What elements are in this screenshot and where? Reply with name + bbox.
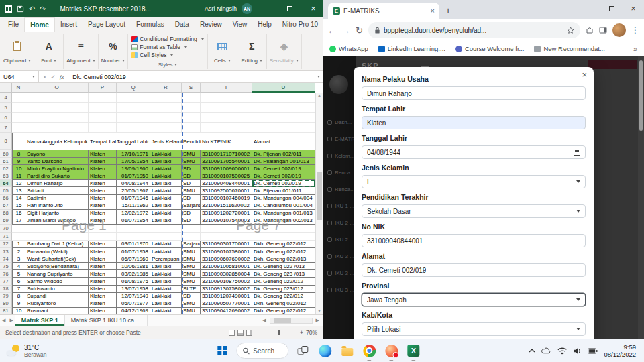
cell[interactable] [89, 233, 117, 241]
cell[interactable] [150, 113, 182, 123]
cell[interactable] [252, 225, 315, 233]
cell[interactable]: Klaten [89, 270, 117, 278]
hscroll-track[interactable] [270, 318, 313, 324]
page-scrollbar[interactable] [638, 56, 644, 339]
cell[interactable]: 10 [12, 308, 25, 314]
cell[interactable]: SD [182, 210, 201, 217]
cell[interactable]: Dkh. Geneng 022/013 [252, 255, 315, 263]
cell[interactable] [201, 123, 252, 133]
cell[interactable]: SLTP [182, 286, 201, 293]
input-kab-kota[interactable]: Pilih Lokasi [362, 322, 586, 336]
cell[interactable]: Laki-laki [150, 158, 182, 165]
cell[interactable]: Dk. Mandungan 001/013 [252, 210, 315, 217]
row-header-80[interactable]: 80 [0, 300, 12, 308]
cell[interactable]: Sutriswanto [25, 286, 89, 293]
cell[interactable] [252, 233, 315, 241]
cell[interactable]: SMU [182, 158, 201, 165]
cell[interactable]: 3310090107540003 [201, 217, 252, 225]
cell[interactable] [182, 93, 201, 103]
cell[interactable]: Wanti Suhartati(Sek) [25, 255, 89, 263]
cell[interactable]: Rusmani [25, 308, 89, 314]
cell[interactable] [12, 225, 25, 233]
cell[interactable] [25, 93, 89, 103]
cell[interactable]: Laki-laki [150, 286, 182, 293]
cancel-icon[interactable]: × [43, 74, 46, 80]
cell[interactable]: 10 [12, 165, 25, 172]
cell[interactable]: SMU [182, 150, 201, 158]
cell[interactable]: Laki-laki [150, 248, 182, 255]
cell[interactable] [25, 225, 89, 233]
cell[interactable]: Klaten [89, 255, 117, 263]
cell[interactable]: 3310090107580001 [201, 248, 252, 255]
input-tempat-lahir[interactable]: Klaten [362, 116, 586, 129]
cell[interactable] [182, 103, 201, 113]
input-jenis-kelamin[interactable]: L [362, 175, 586, 188]
cell[interactable]: 12/07/1949 [117, 293, 150, 300]
taskbar-clock[interactable]: 9:59 08/12/2022 [604, 343, 636, 358]
cell[interactable]: 11 [12, 172, 25, 180]
cell[interactable]: Dk. Mandungan 004/004 [252, 195, 315, 202]
cell[interactable]: 4 [12, 263, 25, 270]
tray-chevron-up-icon[interactable] [529, 349, 535, 353]
row-header-77[interactable]: 77 [0, 278, 12, 285]
cell[interactable]: Dkh. Geneng 022/012 [252, 241, 315, 248]
cell[interactable]: Supandi [25, 293, 89, 300]
cell[interactable]: Dk. Cemeti 002/019 [252, 172, 315, 180]
cell[interactable]: SMU [182, 248, 201, 255]
cell[interactable]: 3310091006810001 [201, 263, 252, 270]
zoom-in-icon[interactable]: + [300, 329, 303, 336]
cell[interactable]: Perempuan [150, 255, 182, 263]
cell[interactable]: Klaten [89, 278, 117, 285]
minimize-button[interactable] [580, 0, 601, 17]
insert-function-icon[interactable]: fx [60, 74, 64, 80]
cell[interactable] [89, 225, 117, 233]
cell[interactable]: 01/08/1975 [117, 278, 150, 285]
sheet-tab-matrik-skp-1[interactable]: Matrik SKP 1 [15, 315, 65, 326]
cell[interactable]: SMU [182, 187, 201, 194]
input-alamat[interactable]: Dk. Cemeti 002/019 [362, 263, 586, 277]
cell[interactable]: Klaten [89, 187, 117, 194]
cell[interactable]: 19/09/1960 [117, 165, 150, 172]
cell[interactable]: Dk. Pijenan 001/011 [252, 187, 315, 194]
cell[interactable] [201, 93, 252, 103]
profile-avatar[interactable] [612, 23, 626, 37]
cell[interactable]: Klaten [89, 263, 117, 270]
cell[interactable] [150, 233, 182, 241]
sheet-nav-right-icon[interactable]: ▶ [7, 318, 15, 323]
cell[interactable] [201, 233, 252, 241]
row-header-63[interactable]: 63 [0, 172, 12, 180]
undo-icon[interactable]: ↶ [29, 5, 35, 13]
cell[interactable]: 3310091207490001 [201, 293, 252, 300]
wifi-icon[interactable] [557, 347, 567, 355]
cell[interactable] [150, 93, 182, 103]
row-header-67[interactable]: 67 [0, 202, 12, 210]
save-icon[interactable] [17, 5, 24, 13]
scroll-up-icon[interactable]: ▲ [316, 93, 323, 99]
cell[interactable]: Laki-laki [150, 150, 182, 158]
column-header-n[interactable]: N [12, 83, 25, 93]
cell[interactable]: 3310090507770001 [201, 300, 252, 308]
cell[interactable]: Tempat Lahir [89, 133, 117, 150]
cell[interactable] [252, 113, 315, 123]
hscroll-right-icon[interactable]: ▶ [314, 318, 321, 323]
ribbon-group-font[interactable]: AFont [34, 34, 64, 69]
cell[interactable] [117, 113, 150, 123]
cell[interactable] [89, 103, 117, 113]
cell[interactable] [201, 225, 252, 233]
row-header-79[interactable]: 79 [0, 293, 12, 300]
excel-tab-file[interactable]: File [3, 17, 24, 32]
cell[interactable] [89, 113, 117, 123]
cell[interactable]: Nama Anggota Kelompok / Pelaku Utama (Us… [25, 133, 89, 150]
cell[interactable]: Dk. Geneng 023 /013 [252, 270, 315, 278]
cell[interactable]: 2 [12, 248, 25, 255]
column-header-r[interactable]: R [150, 83, 182, 93]
cell[interactable]: 7 [12, 286, 25, 293]
cell[interactable]: 03/02/1985 [117, 270, 150, 278]
cell[interactable]: Laki-laki [150, 210, 182, 217]
cell[interactable]: SMU [182, 300, 201, 308]
cell[interactable]: Purwanto (Wakil) [25, 248, 89, 255]
cell[interactable] [117, 123, 150, 133]
cell[interactable]: Klaten [89, 293, 117, 300]
cell[interactable]: Dk. Geneng 022/012 [252, 278, 315, 285]
row-header-68[interactable]: 68 [0, 210, 12, 217]
